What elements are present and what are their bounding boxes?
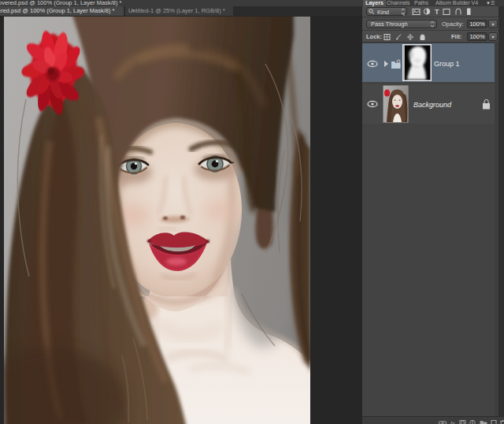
svg-text:fx: fx xyxy=(450,421,455,424)
svg-text:Group 1: Group 1 xyxy=(434,60,460,68)
svg-text:Kind: Kind xyxy=(377,9,389,16)
svg-text:T: T xyxy=(435,8,439,16)
svg-text:Background: Background xyxy=(413,101,452,109)
